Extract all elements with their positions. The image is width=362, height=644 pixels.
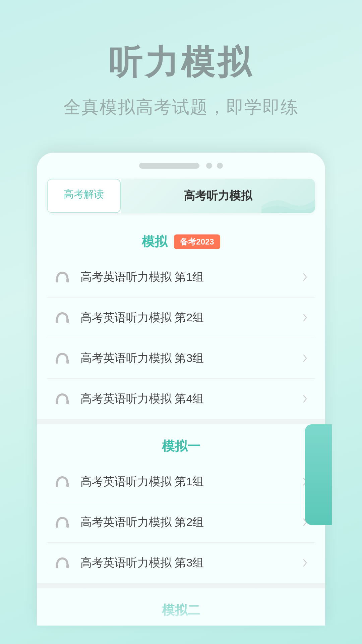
tab-bar: 高考解读 高考听力模拟 <box>47 179 315 213</box>
list-moni-yi: 高考英语听力模拟 第1组 高考英语听力模拟 第2组 <box>47 462 315 583</box>
item-text-moni-yi-1: 高考英语听力模拟 第1组 <box>80 474 302 489</box>
headphone-icon-yi-1 <box>54 473 71 490</box>
section-header-moni: 模拟 备考2023 <box>47 220 315 257</box>
item-text-moni-3: 高考英语听力模拟 第3组 <box>80 351 302 366</box>
list-item-moni-yi-1[interactable]: 高考英语听力模拟 第1组 <box>47 462 315 502</box>
list-item-moni-1[interactable]: 高考英语听力模拟 第1组 <box>47 257 315 298</box>
hero-section: 听力模拟 全真模拟高考试题，即学即练 <box>0 0 362 139</box>
notch-pill <box>139 163 199 169</box>
item-text-moni-yi-2: 高考英语听力模拟 第2组 <box>80 515 302 530</box>
notch-area <box>37 163 325 169</box>
headphone-icon-yi-3 <box>54 554 71 572</box>
headphone-icon-1 <box>54 268 71 286</box>
badge-moni: 备考2023 <box>174 234 220 249</box>
chevron-icon-4 <box>302 393 308 405</box>
chevron-icon-3 <box>302 352 308 364</box>
section-divider-1 <box>37 419 325 424</box>
list-item-moni-yi-2[interactable]: 高考英语听力模拟 第2组 <box>47 502 315 543</box>
svg-rect-1 <box>66 278 69 282</box>
section-title-moni-yi: 模拟一 <box>162 438 200 455</box>
list-item-moni-3[interactable]: 高考英语听力模拟 第3组 <box>47 338 315 379</box>
bottom-fade <box>37 585 325 626</box>
tab-gaokao-intro[interactable]: 高考解读 <box>47 179 121 213</box>
svg-rect-10 <box>56 524 58 528</box>
headphone-icon-3 <box>54 350 71 367</box>
svg-rect-9 <box>66 483 69 487</box>
svg-rect-8 <box>56 483 58 487</box>
item-text-moni-4: 高考英语听力模拟 第4组 <box>80 391 302 407</box>
chevron-icon-yi-3 <box>302 557 308 569</box>
svg-rect-11 <box>66 524 69 528</box>
page-title: 听力模拟 <box>20 40 342 86</box>
content-section: 模拟 备考2023 高考英语听力模拟 第1组 <box>37 213 325 626</box>
list-moni: 高考英语听力模拟 第1组 高考英语听力模拟 第2组 <box>47 257 315 419</box>
list-item-moni-yi-3[interactable]: 高考英语听力模拟 第3组 <box>47 543 315 583</box>
svg-rect-0 <box>56 278 58 282</box>
headphone-icon-4 <box>54 390 71 408</box>
headphone-icon-2 <box>54 309 71 326</box>
svg-rect-3 <box>66 319 69 323</box>
app-container: 高考解读 高考听力模拟 模拟 备考2023 <box>37 153 325 626</box>
svg-rect-4 <box>56 360 58 364</box>
item-text-moni-1: 高考英语听力模拟 第1组 <box>80 269 302 285</box>
list-item-moni-2[interactable]: 高考英语听力模拟 第2组 <box>47 298 315 338</box>
dot-2 <box>217 163 223 169</box>
list-item-moni-4[interactable]: 高考英语听力模拟 第4组 <box>47 379 315 419</box>
item-text-moni-yi-3: 高考英语听力模拟 第3组 <box>80 555 302 571</box>
chevron-icon-1 <box>302 271 308 283</box>
page-subtitle: 全真模拟高考试题，即学即练 <box>20 96 342 119</box>
teal-accent-decoration <box>305 424 332 525</box>
section-header-moni-yi: 模拟一 <box>47 424 315 462</box>
svg-rect-12 <box>56 564 58 568</box>
dot-1 <box>206 163 212 169</box>
tab-wave-decoration <box>261 193 315 213</box>
svg-rect-13 <box>66 564 69 568</box>
svg-rect-5 <box>66 360 69 364</box>
svg-rect-6 <box>56 400 58 404</box>
svg-rect-2 <box>56 319 58 323</box>
item-text-moni-2: 高考英语听力模拟 第2组 <box>80 310 302 325</box>
notch-dots <box>206 163 223 169</box>
svg-rect-7 <box>66 400 69 404</box>
tab-gaokao-listening[interactable]: 高考听力模拟 <box>121 179 315 213</box>
chevron-icon-2 <box>302 312 308 324</box>
headphone-icon-yi-2 <box>54 514 71 531</box>
section-title-moni: 模拟 <box>142 233 167 250</box>
